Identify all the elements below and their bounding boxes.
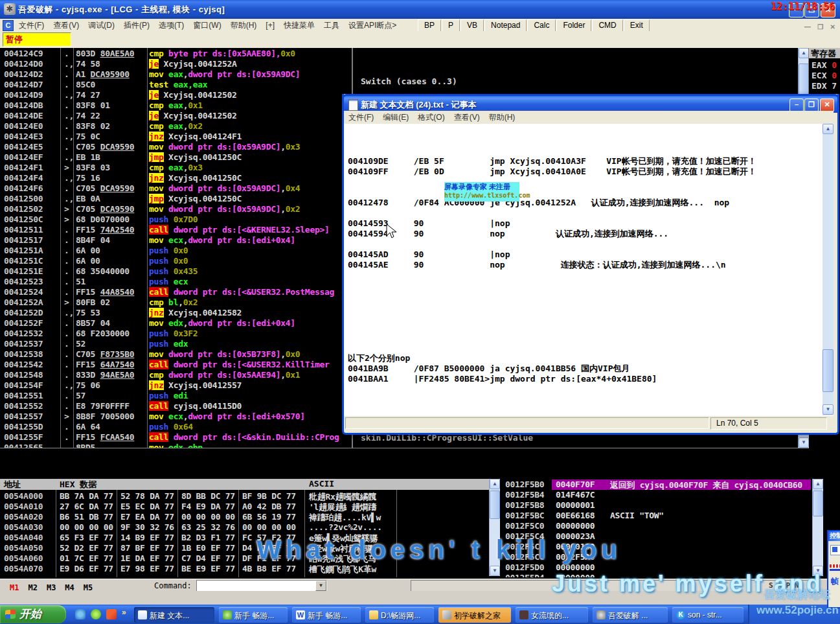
register-row-edx[interactable]: EDX 7	[812, 81, 837, 91]
disasm-row[interactable]: 0041254F.,75 06jnz Xcyjsq.00412557	[0, 380, 352, 391]
menu-item[interactable]: 插件(P)	[119, 19, 154, 32]
plugin-button-folder[interactable]: Folder	[556, 19, 591, 32]
taskbar-task[interactable]: W新手 畅游...	[292, 607, 361, 623]
chevron-more-icon[interactable]: »	[122, 608, 126, 617]
notepad-maximize-button[interactable]: ❐	[804, 98, 819, 112]
disasm-row[interactable]: 0041255D.6A 64push 0x64	[0, 422, 352, 432]
control-window-button[interactable]	[830, 545, 840, 555]
disasm-row[interactable]: 00412552.E8 79F0FFFFcall cyjsq.004115D0	[0, 401, 352, 411]
disasm-row[interactable]: 00412523.51push ecx	[0, 277, 352, 287]
plugin-button-cmd[interactable]: CMD	[592, 19, 622, 32]
taskbar-task[interactable]: 女流氓的...	[516, 607, 588, 623]
taskbar-task[interactable]: Kson - str...	[672, 607, 744, 623]
menu-item[interactable]: [+]	[261, 19, 279, 31]
menu-item[interactable]: 调试(D)	[84, 19, 119, 32]
disasm-row[interactable]: 00412557>8B8F 7005000mov ecx,dword ptr d…	[0, 411, 352, 422]
picture-quicklaunch-icon[interactable]	[106, 609, 117, 619]
taskbar-task[interactable]: 吾爱破解 ...	[593, 607, 668, 623]
disasm-row[interactable]: 0041251E.68 35040000push 0x435	[0, 266, 352, 277]
disasm-row[interactable]: 004124D2.A1 DCA95900mov eax,dword ptr ds…	[0, 69, 352, 80]
scrollbar-thumb[interactable]	[813, 491, 823, 516]
disasm-row[interactable]: 00412548.833D 94AE5A0cmp dword ptr ds:[0…	[0, 370, 352, 380]
plugin-button-exit[interactable]: Exit	[624, 19, 650, 32]
hexdump-row[interactable]: 0054A020B6 51 DB 77E7 EA DA 7700 00 00 0…	[0, 512, 489, 522]
taskbar-task[interactable]: 新手 畅游...	[219, 607, 288, 623]
plugin-button-p[interactable]: P	[442, 19, 460, 32]
notepad-menu-item[interactable]: 查看(V)	[449, 111, 484, 124]
stack-row[interactable]: 0012F5C000000000	[500, 521, 811, 531]
disasm-row[interactable]: 004124D9.,74 27je Xcyjsq.00412502	[0, 90, 352, 100]
disasm-row[interactable]: 00412538.C705 F8735B0mov dword ptr ds:[0…	[0, 349, 352, 360]
mdi-close-icon[interactable]: ✕	[828, 23, 837, 30]
scroll-up-icon[interactable]: ▲	[823, 124, 834, 134]
notepad-scrollbar[interactable]: ▲ ▼	[823, 124, 834, 415]
disasm-row[interactable]: 00412532.68 F2030000push 0x3F2	[0, 329, 352, 339]
disasm-row[interactable]: 00412542.FF15 64A7540call dword ptr ds:[…	[0, 360, 352, 370]
notepad-minimize-button[interactable]: –	[789, 98, 804, 112]
disasm-row[interactable]: 004124DE.,74 22je Xcyjsq.00412502	[0, 111, 352, 121]
hexdump-row[interactable]: 0054A000BB 7A DA 7752 78 DA 778D BB DC 7…	[0, 491, 489, 502]
disasm-row[interactable]: 004124F1>83F8 03cmp eax,0x3	[0, 163, 352, 173]
disasm-row[interactable]: 0041251A.6A 00push 0x0	[0, 246, 352, 256]
taskbar-task[interactable]: 新建 文本...	[134, 607, 214, 623]
disasm-row[interactable]: 004124E0.83F8 02cmp eax,0x2	[0, 121, 352, 132]
plugin-button-vb[interactable]: VB	[460, 19, 484, 32]
scroll-up-icon[interactable]: ▲	[813, 479, 823, 489]
notepad-menu-item[interactable]: 编辑(E)	[378, 111, 413, 124]
notepad-text-area[interactable]: 004109DE /EB 5F jmp Xcyjsq.00410A3F VIP帐…	[344, 124, 823, 415]
scrollbar-thumb[interactable]	[490, 491, 500, 519]
scroll-down-icon[interactable]: ▼	[823, 404, 834, 415]
ollydbg-title-bar[interactable]: ✱ 吾爱破解 - cyjsq.exe - [LCG - 主线程, 模块 - cy…	[0, 0, 840, 19]
menu-item[interactable]: 查看(V)	[49, 19, 84, 32]
scroll-down-icon[interactable]: ▼	[490, 566, 500, 576]
disasm-row[interactable]: 004124F4.,75 16jnz Xcyjsq.0041250C	[0, 173, 352, 183]
disasm-row[interactable]: 00412565.8BD5mov edx,ebp	[0, 443, 352, 448]
disasm-row[interactable]: 004124D7.85C0test eax,eax	[0, 80, 352, 90]
scroll-down-icon[interactable]: ▼	[799, 437, 809, 448]
notepad-menu-item[interactable]: 文件(F)	[344, 111, 378, 124]
notepad-title-bar[interactable]: 新建 文本文档 (24).txt - 记事本 – ❐ ✕	[342, 94, 839, 113]
disasm-row[interactable]: 00412511.FF15 74A2540call dword ptr ds:[…	[0, 225, 352, 235]
disasm-row[interactable]: 004124E3.,75 0Cjnz Xcyjsq.004124F1	[0, 132, 352, 142]
disasm-row[interactable]: 0041252D.,75 53jnz Xcyjsq.00412582	[0, 308, 352, 318]
mdi-minimize-icon[interactable]: —	[802, 23, 813, 30]
ie-quicklaunch-icon[interactable]	[75, 609, 85, 619]
disasm-row[interactable]: 00412502>C705 DCA9590mov dword ptr ds:[0…	[0, 204, 352, 214]
stack-row[interactable]: 0012F5BC00E66168ASCII "TOW"	[500, 511, 811, 521]
disasm-row[interactable]: 0041251C.6A 00push 0x0	[0, 256, 352, 266]
menu-item[interactable]: 设置API断点>	[344, 19, 401, 32]
menu-item[interactable]: 选项(T)	[154, 19, 188, 32]
control-window-title[interactable]: 控制	[828, 531, 840, 541]
menu-item[interactable]: 快捷菜单	[279, 19, 319, 32]
disasm-row[interactable]: 004124F6.C705 DCA9590mov dword ptr ds:[0…	[0, 183, 352, 194]
mdi-restore-icon[interactable]: ❐	[815, 23, 825, 30]
disasm-row[interactable]: 0041252F.8B57 04mov edx,dword ptr ds:[ed…	[0, 318, 352, 329]
hexdump-row[interactable]: 0054A01027 6C DA 77E5 EC DA 77F4 E9 DA 7…	[0, 502, 489, 512]
hexdump-row[interactable]: 0054A03000 00 00 009F 30 32 7663 25 32 7…	[0, 522, 489, 533]
taskbar-task[interactable]: 初学破解之家	[438, 607, 511, 623]
scroll-up-icon[interactable]: ▲	[490, 479, 500, 489]
notepad-close-button[interactable]: ✕	[820, 98, 834, 112]
disasm-row[interactable]: 0041252A>80FB 02cmp bl,0x2	[0, 297, 352, 308]
stack-row[interactable]: 0012F5B00040F70F返回到 cyjsq.0040F70F 来自 cy…	[500, 480, 811, 490]
disasm-row[interactable]: 004124EF.,EB 1Bjmp Xcyjsq.0041250C	[0, 152, 352, 163]
menu-item[interactable]: 窗口(W)	[188, 19, 225, 32]
combo-dropdown-icon[interactable]: ▼	[315, 581, 326, 591]
stack-row[interactable]: 0012F5B4014F467C	[500, 490, 811, 500]
mdi-window-controls[interactable]: — ❐ ✕	[802, 20, 837, 32]
menu-item[interactable]: 帮助(H)	[226, 19, 262, 32]
green-plus-quicklaunch-icon[interactable]	[91, 609, 101, 619]
menu-item[interactable]: 工具	[319, 19, 344, 32]
plugin-button-calc[interactable]: Calc	[527, 19, 556, 32]
disasm-row[interactable]: 00412537.52push edx	[0, 339, 352, 349]
notepad-menu-item[interactable]: 帮助(H)	[484, 111, 520, 124]
stack-row[interactable]: 0012F5B800000001	[500, 500, 811, 511]
command-input[interactable]	[196, 580, 327, 592]
disasm-row[interactable]: 004124D0.,74 58je Xcyjsq.0041252A	[0, 59, 352, 69]
scroll-up-icon[interactable]: ▲	[799, 48, 809, 58]
disassembly-pane[interactable]: 004124C9.803D 80AE5A0cmp byte ptr ds:[0x…	[0, 49, 352, 448]
plugin-button-bp[interactable]: BP	[418, 19, 441, 32]
disasm-row[interactable]: 00412524.FF15 44A8540call dword ptr ds:[…	[0, 287, 352, 297]
scrollbar-thumb[interactable]	[823, 349, 834, 392]
disasm-row[interactable]: 0041255F.FF15 FCAA540call dword ptr ds:[…	[0, 432, 352, 443]
